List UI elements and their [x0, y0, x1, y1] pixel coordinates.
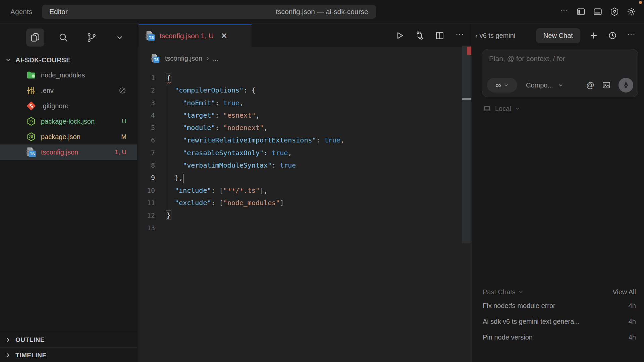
line-number: 6: [138, 134, 155, 146]
code-line-5[interactable]: "module": "nodenext",: [167, 122, 458, 134]
more-actions-button[interactable]: ···: [558, 6, 570, 18]
layout-panel-icon: [593, 7, 603, 17]
voice-input-button[interactable]: [619, 78, 633, 93]
code-line-3[interactable]: "noEmit": true,: [167, 97, 458, 109]
git-branch-icon: [86, 32, 97, 43]
code-line-8[interactable]: "verbatimModuleSyntax": true: [167, 159, 458, 172]
code-line-10[interactable]: "include": ["**/*.ts"],: [167, 184, 458, 197]
window-title: tsconfig.json — ai-sdk-course: [0, 0, 644, 23]
play-icon: [394, 31, 405, 41]
tab-tsconfig[interactable]: TS tsconfig.json 1, U ✕: [139, 24, 252, 47]
cube-icon: [609, 7, 620, 17]
line-number: 5: [138, 122, 155, 134]
explorer-view-button[interactable]: [26, 28, 44, 47]
infinity-icon: ∞: [495, 81, 501, 89]
past-chat-title: Ai sdk v6 ts gemini text genera...: [483, 318, 580, 325]
breadcrumb-more[interactable]: ...: [213, 55, 219, 62]
chat-header: ‹ v6 ts gemini New Chat ···: [472, 24, 644, 47]
timeline-section-header[interactable]: TIMELINE: [0, 347, 137, 362]
chat-input-card[interactable]: Plan, @ for context, / for ∞ Compo... @: [482, 49, 638, 97]
outline-section-header[interactable]: OUTLINE: [0, 332, 137, 347]
tree-item--gitignore[interactable]: .gitignore: [0, 98, 137, 114]
attach-image-button[interactable]: [602, 80, 611, 90]
typescript-file-icon: TS: [145, 31, 156, 41]
editor-scrollbar[interactable]: [462, 46, 471, 243]
plus-icon: [589, 31, 598, 40]
ellipsis-icon: ···: [560, 7, 569, 17]
overview-error-marker: [467, 47, 471, 55]
past-chats-label: Past Chats: [483, 288, 516, 296]
code-line-12[interactable]: }: [167, 209, 458, 222]
tree-item-tsconfig-json[interactable]: TStsconfig.json1, U: [0, 144, 137, 160]
model-selector[interactable]: Compo...: [526, 81, 564, 89]
add-chat-button[interactable]: [588, 30, 599, 41]
view-all-link[interactable]: View All: [612, 288, 636, 296]
explorer-sidebar: AI-SDK-COURSE node_modules.env.gitignore…: [0, 24, 137, 362]
environment-selector[interactable]: Local: [483, 104, 520, 113]
toggle-sidebar-button[interactable]: [575, 6, 587, 18]
more-views-button[interactable]: [111, 28, 129, 47]
code-content[interactable]: { "compilerOptions": { "noEmit": true, "…: [167, 72, 458, 234]
past-chat-item[interactable]: Pin node version4h: [483, 329, 636, 345]
line-number: 1: [138, 72, 155, 84]
chevron-down-icon: [503, 82, 509, 88]
source-control-view-button[interactable]: [83, 28, 101, 47]
tree-item-package-json[interactable]: JSpackage.jsonM: [0, 129, 137, 144]
run-file-button[interactable]: [394, 30, 405, 41]
chat-panel: ‹ v6 ts gemini New Chat ··· Plan, @ for …: [472, 24, 644, 362]
chat-more-button[interactable]: ···: [626, 30, 637, 41]
tree-item-package-lock-json[interactable]: JSpackage-lock.jsonU: [0, 114, 137, 129]
laptop-icon: [483, 104, 491, 113]
line-numbers: 12345678910111213: [138, 72, 155, 234]
tree-item-node-modules[interactable]: node_modules: [0, 67, 137, 83]
timeline-label: TIMELINE: [15, 352, 47, 359]
code-line-11[interactable]: "exclude": ["node_modules"]: [167, 197, 458, 209]
chevron-down-icon: [115, 33, 124, 42]
code-line-9[interactable]: },: [167, 172, 458, 184]
file-name: node_modules: [41, 71, 137, 79]
mention-context-button[interactable]: @: [586, 80, 594, 90]
code-line-1[interactable]: {: [167, 72, 458, 84]
past-chats-section: Past Chats View All Fix node:fs module e…: [483, 286, 636, 345]
tab-label: tsconfig.json 1, U: [160, 32, 214, 40]
past-chat-time: 4h: [629, 318, 636, 325]
diff-swap-icon: [415, 31, 425, 41]
code-line-7[interactable]: "erasableSyntaxOnly": true,: [167, 147, 458, 159]
agent-mode-selector[interactable]: ∞: [487, 78, 517, 93]
tree-item--env[interactable]: .env: [0, 83, 137, 98]
close-tab-icon[interactable]: ✕: [221, 32, 227, 40]
editor-tab-bar: TS tsconfig.json 1, U ✕ ···: [138, 24, 472, 47]
code-line-13[interactable]: [167, 222, 458, 234]
chat-input-placeholder[interactable]: Plan, @ for context, / for: [489, 55, 565, 63]
model-label: Compo...: [526, 81, 553, 89]
git-file-icon: [25, 100, 37, 112]
breadcrumb[interactable]: TS tsconfig.json › ...: [138, 48, 472, 69]
cursor-tab-button[interactable]: [608, 6, 621, 18]
line-number: 13: [138, 222, 155, 234]
overview-cursor-marker: [462, 98, 471, 100]
node-file-icon: JS: [25, 131, 37, 142]
search-view-button[interactable]: [54, 28, 72, 47]
breadcrumb-file[interactable]: tsconfig.json: [165, 55, 202, 62]
chevron-down-icon: [558, 82, 564, 88]
sliders-file-icon: [25, 85, 37, 96]
title-bar: Agents Editor tsconfig.json — ai-sdk-cou…: [0, 0, 644, 23]
toggle-panel-button[interactable]: [592, 6, 604, 18]
files-icon: [30, 32, 41, 43]
code-editor[interactable]: 12345678910111213 { "compilerOptions": {…: [138, 69, 472, 362]
new-chat-tab[interactable]: New Chat: [536, 28, 580, 43]
line-number: 7: [138, 147, 155, 159]
past-chat-item[interactable]: Fix node:fs module error4h: [483, 298, 636, 314]
settings-button[interactable]: [625, 6, 637, 18]
open-changes-button[interactable]: [414, 30, 425, 41]
code-line-6[interactable]: "rewriteRelativeImportExtensions": true,: [167, 134, 458, 146]
code-line-2[interactable]: "compilerOptions": {: [167, 84, 458, 97]
split-editor-button[interactable]: [434, 30, 445, 41]
code-line-4[interactable]: "target": "esnext",: [167, 109, 458, 122]
past-chat-item[interactable]: Ai sdk v6 ts gemini text genera...4h: [483, 314, 636, 329]
editor-more-actions-button[interactable]: ···: [454, 30, 466, 41]
chat-history-button[interactable]: [607, 30, 618, 41]
tree-root-folder[interactable]: AI-SDK-COURSE: [0, 53, 137, 67]
past-chats-toggle[interactable]: Past Chats: [483, 288, 524, 296]
line-number: 11: [138, 197, 155, 209]
